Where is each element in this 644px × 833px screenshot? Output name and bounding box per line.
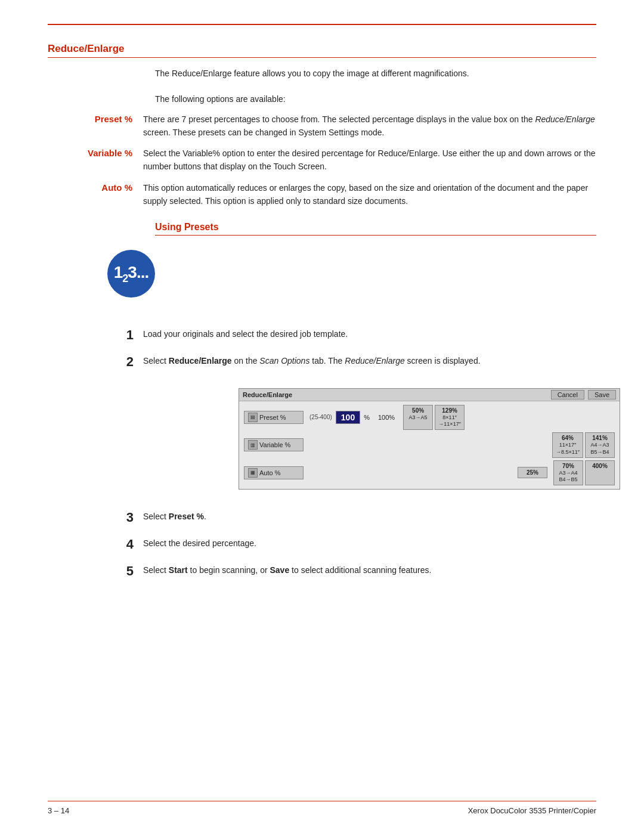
ui-panel-title: Reduce/Enlarge [243,391,547,398]
ui-preset-50[interactable]: 50%A3→A5 [403,405,433,430]
intro-line-1: The Reduce/Enlarge feature allows you to… [155,69,469,78]
term-label-preset: Preset % [48,113,143,139]
section-heading: Reduce/Enlarge [48,43,596,58]
ui-row-auto: ▦ Auto % 25% 70%A3→A4B4→B5 400% [244,460,615,485]
step-1-num: 1 [113,326,143,345]
ui-value-box: 100 [336,411,360,424]
ui-option-icon-preset: ▤ [248,413,258,422]
ui-panel: Reduce/Enlarge Cancel Save ▤ Preset % (2… [239,388,620,490]
step-5-text: Select Start to begin scanning, or Save … [143,562,596,577]
ui-preset-25[interactable]: 25% [518,467,547,478]
step-4-num: 4 [113,535,143,554]
top-rule [48,24,596,25]
ui-panel-header: Reduce/Enlarge Cancel Save [239,389,620,401]
step-2: 2 Select Reduce/Enlarge on the Scan Opti… [113,353,596,371]
ui-preset-141[interactable]: 141%A4→A3B5→B4 [585,432,615,457]
page: Reduce/Enlarge The Reduce/Enlarge featur… [0,0,644,833]
subheading: Using Presets [155,222,596,236]
ui-option-preset[interactable]: ▤ Preset % [244,411,304,424]
step-4-text: Select the desired percentage. [143,535,596,550]
ui-option-icon-variable: ▥ [248,440,258,450]
term-preset: Preset % There are 7 preset percentages … [48,113,596,139]
step-4: 4 Select the desired percentage. [113,535,596,554]
ui-panel-row: Reduce/Enlarge Cancel Save ▤ Preset % (2… [113,380,596,500]
footer-page-num: 3 – 14 [48,806,69,815]
intro-text: The Reduce/Enlarge feature allows you to… [155,67,596,106]
step-2-text: Select Reduce/Enlarge on the Scan Option… [143,353,596,368]
ui-save-btn[interactable]: Save [588,390,616,400]
term-variable: Variable % Select the Variable% option t… [48,147,596,173]
step-3-text: Select Preset %. [143,509,596,524]
step-5-num: 5 [113,562,143,581]
footer-product-name: Xerox DocuColor 3535 Printer/Copier [468,806,596,815]
badge-row: 123... [48,250,596,312]
ui-option-icon-auto: ▦ [248,468,258,478]
ui-preset-70[interactable]: 70%A3→A4B4→B5 [553,460,583,485]
step-1-text: Load your originals and select the desir… [143,326,596,341]
ui-row-preset: ▤ Preset % (25-400) 100 % 100% 50%A3→A5 … [244,405,615,430]
ui-pct-label: % [364,414,370,421]
ui-option-variable[interactable]: ▥ Variable % [244,438,304,451]
badge-text: 123... [114,264,149,284]
ui-option-label-preset: Preset % [259,414,286,421]
ui-panel-wrapper: Reduce/Enlarge Cancel Save ▤ Preset % (2… [143,380,620,500]
step-5: 5 Select Start to begin scanning, or Sav… [113,562,596,581]
term-desc-auto: This option automatically reduces or enl… [143,182,596,208]
ui-option-label-variable: Variable % [259,441,290,448]
term-desc-preset: There are 7 preset percentages to choose… [143,113,596,139]
step-3-num: 3 [113,509,143,527]
ui-pct-100: 100% [378,414,395,421]
term-desc-variable: Select the Variable% option to enter the… [143,147,596,173]
ui-option-label-auto: Auto % [259,469,280,476]
term-label-variable: Variable % [48,147,143,173]
step-3: 3 Select Preset %. [113,509,596,527]
ui-panel-body: ▤ Preset % (25-400) 100 % 100% 50%A3→A5 … [239,401,620,489]
step-1: 1 Load your originals and select the des… [113,326,596,345]
step-2-num: 2 [113,353,143,371]
term-auto: Auto % This option automatically reduces… [48,182,596,208]
intro-line-2: The following options are available: [155,94,286,104]
ui-preset-129[interactable]: 129%8×11″→11×17″ [435,405,465,430]
ui-row-variable: ▥ Variable % 64%11×17″→8.5×11″ 141%A4→A3… [244,432,615,457]
ui-range: (25-400) [309,414,332,420]
steps-badge: 123... [107,250,155,298]
ui-cancel-btn[interactable]: Cancel [551,390,584,400]
term-label-auto: Auto % [48,182,143,208]
ui-preset-400[interactable]: 400% [585,460,615,485]
footer: 3 – 14 Xerox DocuColor 3535 Printer/Copi… [48,801,596,815]
ui-preset-64[interactable]: 64%11×17″→8.5×11″ [552,432,583,457]
steps-list: 1 Load your originals and select the des… [113,326,596,580]
ui-option-auto[interactable]: ▦ Auto % [244,466,304,479]
